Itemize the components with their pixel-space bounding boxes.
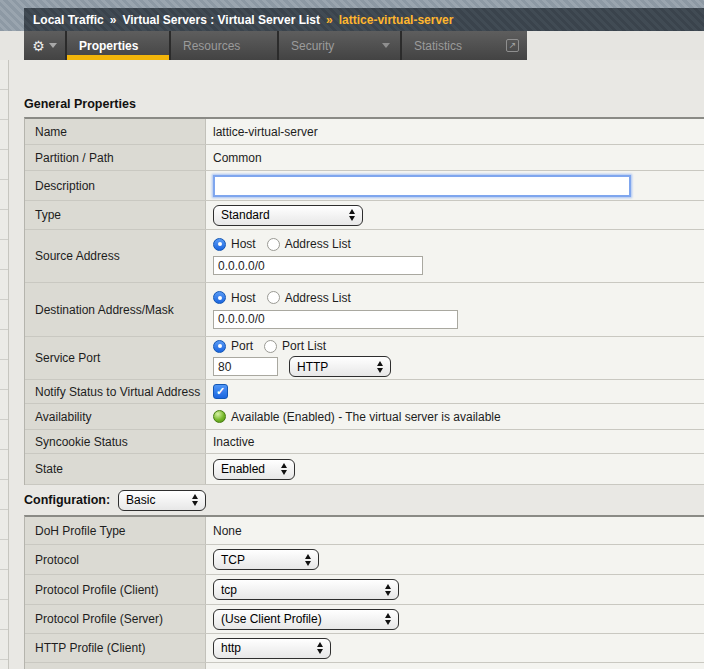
syncookie-value: Inactive: [206, 430, 704, 453]
source-address-label: Source Address: [25, 230, 206, 282]
table-row-state: State Enabled: [25, 454, 704, 485]
configuration-table: DoH Profile Type None Protocol TCP Proto…: [24, 515, 704, 669]
table-row-source-address: Source Address Host Address List: [25, 230, 704, 283]
notify-status-checkbox[interactable]: ✓: [213, 384, 228, 399]
select-arrows-icon: [305, 554, 311, 566]
gear-icon: ⚙: [32, 39, 45, 53]
service-port-label: Service Port: [25, 337, 206, 379]
table-row-service-port: Service Port Port Port List HTTP: [25, 337, 704, 380]
protocol-profile-server-select[interactable]: (Use Client Profile): [213, 609, 399, 630]
protocol-label: Protocol: [25, 545, 206, 574]
name-value: lattice-virtual-server: [206, 119, 704, 144]
port-radio[interactable]: [213, 340, 226, 353]
destination-address-label: Destination Address/Mask: [25, 283, 206, 336]
partition-label: Partition / Path: [25, 145, 206, 170]
select-arrows-icon: [377, 361, 383, 373]
breadcrumb-section[interactable]: Local Traffic: [33, 13, 104, 27]
port-radio-label: Port: [231, 339, 253, 353]
protocol-profile-client-value: tcp: [221, 583, 237, 597]
source-host-radio-label: Host: [231, 237, 256, 251]
protocol-profile-client-select[interactable]: tcp: [213, 579, 399, 600]
tab-strip: ⚙ Properties Resources Security Statisti…: [24, 31, 527, 60]
protocol-profile-client-label: Protocol Profile (Client): [25, 575, 206, 604]
table-row-description: Description: [25, 171, 704, 201]
page-options-button[interactable]: ⚙: [24, 31, 65, 60]
breadcrumb-separator: »: [104, 13, 123, 27]
availability-value: Available (Enabled) - The virtual server…: [231, 410, 501, 424]
table-row-doh-profile: DoH Profile Type None: [25, 517, 704, 545]
table-row-type: Type Standard: [25, 201, 704, 230]
tab-bar: ⚙ Properties Resources Security Statisti…: [0, 31, 704, 60]
left-nav-edge: [0, 60, 9, 669]
description-label: Description: [25, 171, 206, 200]
table-row-protocol-profile-client: Protocol Profile (Client) tcp: [25, 575, 704, 605]
name-label: Name: [25, 119, 206, 144]
notify-status-label: Notify Status to Virtual Address: [25, 380, 206, 403]
active-tab-indicator: [67, 55, 169, 60]
select-arrows-icon: [281, 463, 287, 475]
source-address-list-radio-label: Address List: [285, 237, 351, 251]
configuration-mode-value: Basic: [126, 493, 155, 507]
tab-security-label: Security: [291, 39, 334, 53]
destination-host-radio[interactable]: [213, 291, 226, 304]
table-row-protocol: Protocol TCP: [25, 545, 704, 575]
tab-statistics[interactable]: Statistics ↗: [402, 31, 527, 60]
external-link-icon: ↗: [506, 39, 519, 52]
table-row-clipped: [25, 663, 704, 669]
table-row-syncookie: Syncookie Status Inactive: [25, 430, 704, 454]
service-port-select[interactable]: HTTP: [289, 356, 391, 377]
service-port-input[interactable]: [213, 357, 278, 376]
destination-address-input[interactable]: [213, 310, 458, 329]
source-address-input[interactable]: [213, 256, 423, 275]
type-label: Type: [25, 201, 206, 229]
destination-address-list-radio[interactable]: [267, 291, 280, 304]
table-row-availability: Availability Available (Enabled) - The v…: [25, 404, 704, 430]
tab-properties[interactable]: Properties: [67, 31, 169, 60]
protocol-select-value: TCP: [221, 553, 245, 567]
partition-value: Common: [206, 145, 704, 170]
table-row-http-profile-client: HTTP Profile (Client) http: [25, 634, 704, 663]
type-select[interactable]: Standard: [213, 205, 363, 226]
bigip-virtual-server-page: Local Traffic»Virtual Servers : Virtual …: [0, 0, 704, 669]
breadcrumb-current: lattice-virtual-server: [339, 13, 454, 27]
protocol-profile-server-label: Protocol Profile (Server): [25, 605, 206, 633]
breadcrumb-path[interactable]: Virtual Servers : Virtual Server List: [122, 13, 320, 27]
tab-security[interactable]: Security: [279, 31, 400, 60]
port-list-radio-label: Port List: [282, 339, 326, 353]
select-arrows-icon: [317, 642, 323, 654]
general-properties-title: General Properties: [24, 97, 136, 111]
protocol-profile-server-value: (Use Client Profile): [221, 612, 322, 626]
general-properties-table: Name lattice-virtual-server Partition / …: [24, 117, 704, 485]
type-select-value: Standard: [221, 208, 270, 222]
source-host-radio[interactable]: [213, 238, 226, 251]
table-row-notify-status: Notify Status to Virtual Address ✓: [25, 380, 704, 404]
source-address-list-radio[interactable]: [267, 238, 280, 251]
breadcrumb: Local Traffic»Virtual Servers : Virtual …: [24, 8, 704, 31]
select-arrows-icon: [349, 209, 355, 221]
table-row-protocol-profile-server: Protocol Profile (Server) (Use Client Pr…: [25, 605, 704, 634]
configuration-mode-select[interactable]: Basic: [118, 490, 206, 511]
table-row-destination-address: Destination Address/Mask Host Address Li…: [25, 283, 704, 337]
doh-profile-label: DoH Profile Type: [25, 517, 206, 544]
syncookie-label: Syncookie Status: [25, 430, 206, 453]
http-profile-client-select[interactable]: http: [213, 638, 331, 659]
configuration-header: Configuration: Basic: [24, 487, 206, 513]
destination-host-radio-label: Host: [231, 291, 256, 305]
http-profile-client-value: http: [221, 641, 241, 655]
configuration-title: Configuration:: [24, 493, 110, 507]
protocol-select[interactable]: TCP: [213, 549, 319, 570]
tab-resources-label: Resources: [183, 39, 240, 53]
state-select[interactable]: Enabled: [213, 459, 295, 480]
select-arrows-icon: [385, 613, 391, 625]
select-arrows-icon: [192, 494, 198, 506]
tab-resources[interactable]: Resources: [171, 31, 277, 60]
table-row-name: Name lattice-virtual-server: [25, 119, 704, 145]
destination-address-list-radio-label: Address List: [285, 291, 351, 305]
table-row-partition: Partition / Path Common: [25, 145, 704, 171]
state-select-value: Enabled: [221, 462, 265, 476]
description-input[interactable]: [213, 175, 631, 197]
port-list-radio[interactable]: [264, 340, 277, 353]
select-arrows-icon: [385, 584, 391, 596]
chevron-down-icon: [49, 43, 57, 48]
state-label: State: [25, 454, 206, 484]
